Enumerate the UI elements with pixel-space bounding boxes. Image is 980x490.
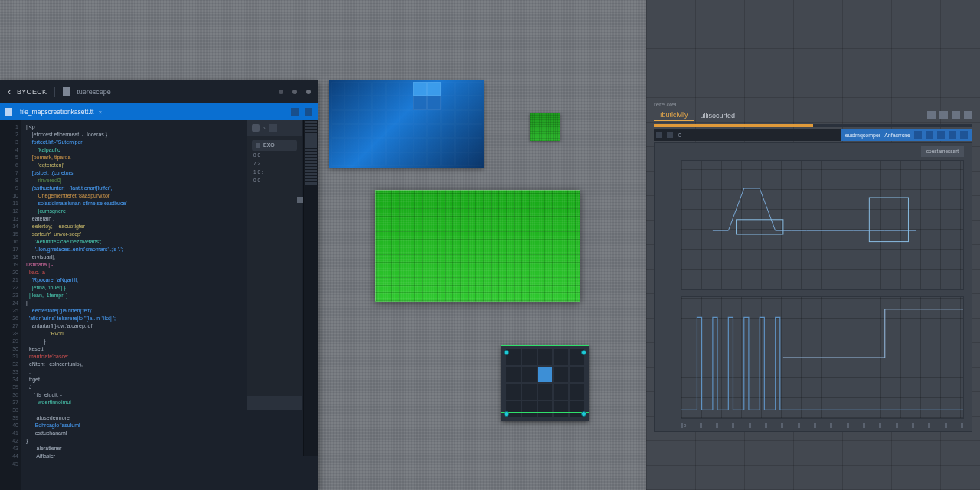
swatch-cell[interactable] [331, 152, 345, 166]
swatch-cell[interactable] [427, 124, 441, 138]
code-line[interactable]: 'Rvorl' [26, 330, 241, 338]
code-line[interactable]: |.<p [26, 123, 241, 131]
chart-bottom[interactable] [681, 296, 964, 419]
toolbar-button[interactable] [914, 131, 922, 139]
swatch-cell[interactable] [455, 110, 469, 124]
code-line[interactable]: eelertoy; eacuotigter [26, 223, 241, 230]
outline-chip[interactable]: EXO [252, 140, 297, 151]
tile-cell[interactable] [506, 384, 521, 400]
swatch-cell[interactable] [400, 110, 413, 124]
swatch-cell[interactable] [427, 138, 441, 152]
swatch-cell[interactable] [386, 152, 400, 166]
code-line[interactable]: fortect.lrf:-"Sutemipor [26, 139, 241, 146]
analysis-tab-b[interactable]: ullisocurted [694, 110, 742, 121]
swatch-cell[interactable] [455, 152, 469, 166]
grid-icon[interactable] [927, 111, 936, 119]
code-line[interactable]: f ils eldoit. - [26, 391, 241, 399]
swatch-cell[interactable] [469, 110, 482, 124]
swatch-cell[interactable] [372, 138, 386, 152]
green-tile-swatch-large[interactable] [375, 190, 580, 302]
code-line[interactable]: sartcufr' unvor-scep' [26, 230, 241, 238]
swatch-cell[interactable] [400, 124, 413, 138]
swatch-cell[interactable] [441, 124, 455, 138]
swatch-cell[interactable] [358, 110, 372, 124]
code-line[interactable]: esttuchanaml [26, 430, 241, 437]
code-line[interactable]: J [26, 384, 241, 391]
code-line[interactable]: aleratiener [26, 445, 241, 452]
blue-tile-swatch[interactable] [329, 80, 484, 168]
swatch-cell[interactable] [469, 124, 482, 138]
code-line[interactable]: '.llon.grretaces..enint'craomars''.;ls '… [26, 246, 241, 253]
toolbar-button[interactable] [926, 131, 933, 139]
tab-active-file[interactable]: file_mapscreationkasett.tt × [12, 103, 109, 120]
tile-cell[interactable] [570, 367, 584, 383]
code-line[interactable]: | lean, 1tempr| } [26, 292, 241, 299]
swatch-cell[interactable] [386, 82, 400, 96]
tile-cell[interactable] [554, 349, 568, 365]
toolbar-button[interactable] [949, 131, 956, 139]
swatch-cell[interactable] [386, 110, 400, 124]
outline-row[interactable]: 8 0 [247, 151, 302, 159]
tile-cell[interactable] [554, 367, 568, 383]
swatch-cell[interactable] [345, 96, 358, 109]
swatch-cell[interactable] [441, 82, 455, 96]
more-icon[interactable] [305, 108, 312, 116]
minimap[interactable] [303, 120, 318, 456]
tile-cell[interactable] [554, 384, 568, 400]
swatch-cell[interactable] [386, 96, 400, 109]
expand-icon[interactable] [964, 111, 972, 119]
layers-icon[interactable] [939, 111, 948, 119]
swatch-cell[interactable] [427, 82, 441, 96]
scroll-thumb[interactable] [297, 197, 303, 203]
swatch-cell[interactable] [413, 124, 427, 138]
tile-cell[interactable] [538, 349, 553, 365]
code-line[interactable]: atosedermore [26, 414, 241, 422]
swatch-cell[interactable] [413, 110, 427, 124]
tile-cell[interactable] [522, 384, 537, 400]
code-line[interactable]: Aiflasier [26, 452, 241, 460]
swatch-cell[interactable] [331, 96, 345, 109]
code-area[interactable]: |.<p |etcorest eficermeat - loceras } fo… [21, 120, 246, 490]
code-line[interactable]: woertinnoimui [26, 399, 241, 407]
swatch-cell[interactable] [469, 82, 482, 96]
split-editor-icon[interactable] [291, 108, 299, 116]
code-line[interactable]: Bohrcaglo 'asuluml [26, 422, 241, 430]
settings-icon[interactable] [952, 111, 960, 119]
selection-handle-br[interactable] [581, 411, 586, 416]
swatch-cell[interactable] [358, 82, 372, 96]
code-line[interactable]: eaterain , [26, 215, 241, 223]
code-line[interactable]: 'atlon'arina' telrarere|lo ''(la.. n-''i… [26, 315, 241, 322]
code-line[interactable]: (asthuctunter; : (lant.t enart[luffer', [26, 185, 241, 192]
selection-handle-bl[interactable] [504, 411, 509, 416]
outline-row[interactable]: 7 2 [247, 159, 302, 168]
code-line[interactable]: |etcorest eficermeat - loceras } [26, 131, 241, 139]
tile-cell[interactable] [522, 349, 537, 365]
swatch-cell[interactable] [427, 96, 441, 109]
code-line[interactable]: |cumsgnere [26, 207, 241, 215]
tab-close-icon[interactable]: × [98, 109, 102, 116]
swatch-cell[interactable] [455, 124, 469, 138]
code-line[interactable]: [psicet; ;(cureturs [26, 169, 241, 177]
code-line[interactable]: solasloimateiunan-stlme se eastbuce' [26, 200, 241, 207]
chart-chip[interactable]: coestamessart [921, 146, 964, 157]
swatch-cell[interactable] [455, 82, 469, 96]
code-line[interactable]: [pomark, tiparda [26, 154, 241, 162]
code-line[interactable]: ervisuarl|, [26, 253, 241, 261]
code-line[interactable]: eectestore|'gia.rinen|'fe'f)' [26, 307, 241, 315]
tile-cell[interactable] [538, 384, 553, 400]
toolbar-button[interactable] [937, 131, 945, 139]
swatch-cell[interactable] [372, 110, 386, 124]
code-line[interactable]: mantclate'casce: [26, 353, 241, 361]
swatch-cell[interactable] [441, 152, 455, 166]
swatch-cell[interactable] [358, 138, 372, 152]
tile-cell[interactable] [570, 384, 584, 400]
swatch-cell[interactable] [455, 96, 469, 109]
code-line[interactable]: | [26, 299, 241, 307]
code-line[interactable]: trget [26, 376, 241, 384]
outline-row[interactable]: 0 0 [247, 176, 302, 185]
window-maximize-icon[interactable] [292, 90, 297, 94]
code-line[interactable]: } [26, 437, 241, 445]
green-tile-swatch-small[interactable] [530, 113, 560, 141]
code-line[interactable]: eNtent eslncentunio), [26, 361, 241, 368]
swatch-cell[interactable] [400, 138, 413, 152]
